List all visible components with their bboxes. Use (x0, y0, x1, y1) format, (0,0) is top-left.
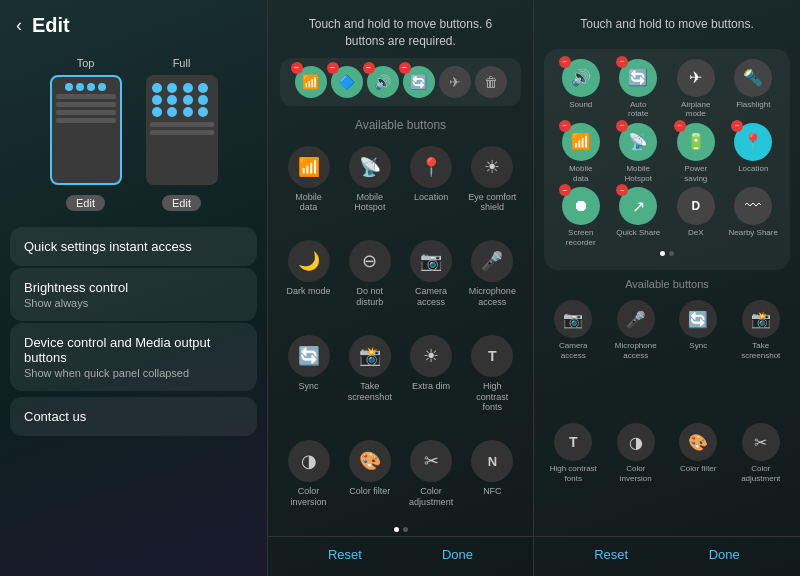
qb-wifi[interactable]: −📶 (295, 66, 327, 98)
list-item[interactable]: −↗ Quick Share (612, 187, 666, 247)
remove-icon[interactable]: − (327, 62, 339, 74)
remove-icon[interactable]: − (674, 120, 686, 132)
done-button[interactable]: Done (442, 547, 473, 562)
list-item[interactable]: 🎨 Color filter (669, 417, 728, 536)
color-filter-label: Color filter (349, 486, 390, 497)
qb-airplane[interactable]: ✈ (439, 66, 471, 98)
list-item[interactable]: 🌙 Dark mode (280, 232, 337, 323)
list-item[interactable]: −📶 Mobiledata (554, 123, 608, 183)
sync-icon: 🔄 (679, 300, 717, 338)
remove-icon[interactable]: − (731, 120, 743, 132)
contact-item[interactable]: Contact us (10, 397, 257, 436)
list-item[interactable]: 📡 MobileHotspot (341, 138, 398, 229)
extra-dim-icon: ☀ (410, 335, 452, 377)
list-item[interactable]: 🔦 Flashlight (727, 59, 781, 119)
list-item[interactable]: ◑ Colorinversion (607, 417, 666, 536)
qb-sound[interactable]: −🔊 (367, 66, 399, 98)
quick-share-icon: −↗ (619, 187, 657, 225)
view-option-top[interactable]: Top Edit (50, 57, 122, 211)
right-available-grid: 📷 Cameraaccess 🎤 Microphoneaccess 🔄 Sync… (534, 294, 800, 536)
power-saving-icon: −🔋 (677, 123, 715, 161)
remove-icon[interactable]: − (291, 62, 303, 74)
right-pagination (554, 247, 780, 260)
list-item[interactable]: ✈ Airplanemode (669, 59, 723, 119)
list-item[interactable]: −🔋 Powersaving (669, 123, 723, 183)
device-control-item[interactable]: Device control and Media output buttons … (10, 323, 257, 391)
right-footer: Reset Done (534, 536, 800, 576)
list-item[interactable]: −🔄 Autorotate (612, 59, 666, 119)
remove-icon[interactable]: − (616, 56, 628, 68)
reset-button[interactable]: Reset (328, 547, 362, 562)
list-item[interactable]: D DeX (669, 187, 723, 247)
brightness-sub: Show always (24, 297, 243, 309)
device-control-title: Device control and Media output buttons (24, 335, 243, 365)
remove-icon[interactable]: − (616, 184, 628, 196)
remove-icon[interactable]: − (559, 56, 571, 68)
eye-comfort-icon: ☀ (471, 146, 513, 188)
auto-rotate-icon: −🔄 (619, 59, 657, 97)
mic-label: Microphoneaccess (469, 286, 516, 308)
list-item[interactable]: 📷 Cameraaccess (403, 232, 460, 323)
list-item[interactable]: 🎤 Microphoneaccess (607, 294, 666, 413)
hotspot-label: MobileHotspot (354, 192, 385, 214)
remove-icon[interactable]: − (559, 184, 571, 196)
sync-icon: 🔄 (288, 335, 330, 377)
list-item[interactable]: 📶 Mobiledata (280, 138, 337, 229)
list-item[interactable]: ⊖ Do notdisturb (341, 232, 398, 323)
reset-button[interactable]: Reset (594, 547, 628, 562)
view-option-full[interactable]: Full Edit (146, 57, 218, 211)
list-item[interactable]: −📡 MobileHotspot (612, 123, 666, 183)
list-item[interactable]: −🔊 Sound (554, 59, 608, 119)
color-filter-icon: 🎨 (349, 440, 391, 482)
list-item[interactable]: −⏺ Screenrecorder (554, 187, 608, 247)
airplane-label: Airplanemode (681, 100, 710, 119)
list-item[interactable]: ☀ Extra dim (403, 327, 460, 428)
back-arrow-icon[interactable]: ‹ (16, 15, 22, 36)
done-button[interactable]: Done (709, 547, 740, 562)
list-item[interactable]: ☀ Eye comfortshield (464, 138, 521, 229)
list-item[interactable]: N NFC (464, 432, 521, 523)
mic-icon: 🎤 (471, 240, 513, 282)
list-item[interactable]: ✂ Coloradjustment (403, 432, 460, 523)
left-settings: Quick settings instant access Brightness… (0, 227, 267, 576)
list-item[interactable]: ✂ Coloradjustment (732, 417, 791, 536)
list-item[interactable]: −📍 Location (727, 123, 781, 183)
qb-bt[interactable]: −🔷 (331, 66, 363, 98)
list-item[interactable]: T High contrastfonts (544, 417, 603, 536)
qb-rotate[interactable]: −🔄 (403, 66, 435, 98)
contact-title: Contact us (24, 409, 243, 424)
dark-mode-label: Dark mode (287, 286, 331, 297)
list-item[interactable]: 📍 Location (403, 138, 460, 229)
middle-header-text: Touch and hold to move buttons. 6 button… (309, 17, 492, 48)
middle-buttons-grid: 📶 Mobiledata 📡 MobileHotspot 📍 Location … (268, 138, 533, 523)
brightness-item[interactable]: Brightness control Show always (10, 268, 257, 321)
mobile-data-label: Mobiledata (569, 164, 593, 183)
middle-pagination (268, 523, 533, 536)
list-item[interactable]: 🔄 Sync (669, 294, 728, 413)
list-item[interactable]: 〰 Nearby Share (727, 187, 781, 247)
list-item[interactable]: 📷 Cameraaccess (544, 294, 603, 413)
color-adjustment-label: Coloradjustment (741, 464, 780, 483)
list-item[interactable]: ◑ Colorinversion (280, 432, 337, 523)
dark-mode-icon: 🌙 (288, 240, 330, 282)
remove-icon[interactable]: − (559, 120, 571, 132)
list-item[interactable]: 📸 Takescreenshot (341, 327, 398, 428)
remove-icon[interactable]: − (616, 120, 628, 132)
right-header-text: Touch and hold to move buttons. (580, 17, 753, 31)
list-item[interactable]: 📸 Takescreenshot (732, 294, 791, 413)
mic-icon: 🎤 (617, 300, 655, 338)
list-item[interactable]: 🎨 Color filter (341, 432, 398, 523)
qb-delete[interactable]: 🗑 (475, 66, 507, 98)
list-item[interactable]: 🎤 Microphoneaccess (464, 232, 521, 323)
remove-icon[interactable]: − (399, 62, 411, 74)
list-item[interactable]: T High contrastfonts (464, 327, 521, 428)
power-saving-label: Powersaving (684, 164, 707, 183)
remove-icon[interactable]: − (363, 62, 375, 74)
quick-settings-item[interactable]: Quick settings instant access (10, 227, 257, 266)
auto-rotate-label: Autorotate (628, 100, 648, 119)
edit-button-top[interactable]: Edit (66, 195, 105, 211)
view-label-top: Top (77, 57, 95, 69)
pagination-dot (403, 527, 408, 532)
edit-button-full[interactable]: Edit (162, 195, 201, 211)
list-item[interactable]: 🔄 Sync (280, 327, 337, 428)
